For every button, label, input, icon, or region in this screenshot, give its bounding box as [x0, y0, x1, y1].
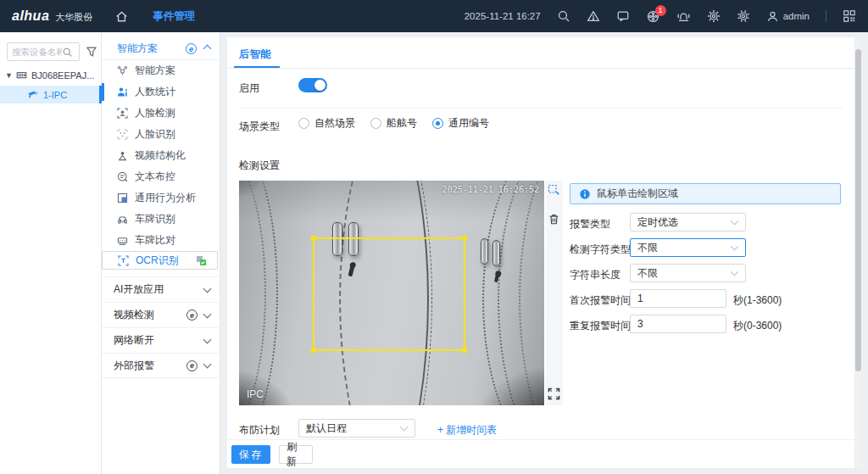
- video-preview[interactable]: 2025-11-21 16:26:52 IPC: [239, 181, 544, 405]
- refresh-button[interactable]: 刷新: [279, 445, 313, 464]
- chevron-down-icon[interactable]: [203, 309, 212, 318]
- radio-circle-checked: [432, 118, 443, 129]
- filter-funnel-icon[interactable]: [86, 46, 97, 58]
- sidebar-item-video-metadata[interactable]: 视频结构化: [102, 145, 220, 166]
- chevron-down-icon[interactable]: [203, 335, 212, 343]
- camera-icon: [27, 89, 38, 100]
- search-icon[interactable]: [557, 9, 570, 23]
- sidebar-item-plate-recognition[interactable]: 车牌识别: [102, 209, 220, 230]
- sidebar-item-plate-comparison[interactable]: 车牌比对: [102, 230, 220, 251]
- video-osd-channel: IPC: [247, 388, 264, 400]
- char-type-label: 检测字符类型: [570, 243, 631, 257]
- settings-gear-icon[interactable]: [737, 9, 750, 23]
- scene-type-label: 场景类型: [239, 120, 280, 134]
- plate-comparison-icon: [117, 235, 128, 246]
- top-bar: alhua 大华股份 事件管理 2025-11-21 16:27 1: [0, 0, 868, 32]
- scrollbar-thumb[interactable]: [855, 49, 861, 371]
- sidebar-item-intelligent-solution[interactable]: 智能方案: [102, 60, 220, 81]
- sidebar-group-title: 智能方案: [117, 42, 158, 56]
- footer-divider: [227, 439, 854, 440]
- save-button[interactable]: 保存: [231, 445, 270, 464]
- chevron-down-icon[interactable]: [203, 360, 212, 369]
- notification-badge: 1: [655, 5, 666, 16]
- repeat-alarm-time-input[interactable]: [630, 315, 726, 333]
- sidebar-section-video-detection[interactable]: 视频检测 e: [102, 302, 220, 327]
- brand-name: 大华股份: [55, 11, 92, 24]
- datetime-label: 2025-11-21 16:27: [465, 11, 541, 21]
- device-search: [7, 42, 80, 61]
- device-tree-panel: ▼ BJ068EEPAJ... 1-IPC: [0, 32, 102, 474]
- draw-hint-text: 鼠标单击绘制区域: [597, 187, 678, 201]
- alarm-warning-icon[interactable]: [587, 9, 600, 23]
- maintenance-gear-icon[interactable]: [707, 9, 721, 23]
- scrollbar-track: [855, 37, 861, 468]
- video-tool-strip: [546, 181, 563, 405]
- tree-node-channel-selected[interactable]: 1-IPC: [0, 86, 102, 103]
- ocr-icon: [118, 255, 129, 266]
- add-schedule-link[interactable]: + 新增时间表: [437, 423, 497, 438]
- behavior-analysis-icon: [117, 192, 128, 204]
- sidebar-item-ocr-recognition[interactable]: OCR识别: [102, 251, 218, 270]
- radio-hull-number[interactable]: 船舷号: [370, 116, 417, 131]
- radio-general-number[interactable]: 通用编号: [432, 116, 489, 131]
- tree-expand-caret[interactable]: ▼: [5, 71, 13, 80]
- detection-region-rectangle[interactable]: [313, 237, 465, 351]
- chevron-down-icon[interactable]: [203, 284, 212, 293]
- tabbar-divider: [227, 68, 854, 69]
- alarm-type-select[interactable]: 定时优选: [630, 213, 746, 231]
- draw-hint-banner: 鼠标单击绘制区域: [570, 183, 841, 204]
- delete-region-button[interactable]: [548, 213, 560, 226]
- sidebar-section-network-disconnect[interactable]: 网络断开: [102, 327, 220, 353]
- radio-circle: [370, 118, 381, 129]
- string-length-label: 字符串长度: [570, 268, 620, 282]
- video-task-icon[interactable]: 1: [646, 9, 660, 23]
- topbar-divider: [826, 10, 826, 22]
- draw-region-button[interactable]: [548, 184, 560, 197]
- sidebar-item-face-recognition[interactable]: 人脸识别: [102, 124, 220, 145]
- first-alarm-time-unit: 秒(1-3600): [733, 293, 782, 308]
- sidebar-section-external-alarm[interactable]: 外部报警 e: [102, 353, 220, 378]
- user-icon: [766, 10, 779, 23]
- string-length-select[interactable]: 不限: [630, 264, 746, 282]
- chevron-down-icon: [731, 217, 739, 226]
- device-search-input[interactable]: [8, 47, 62, 57]
- repeat-alarm-time-label: 重复报警时间: [570, 319, 631, 333]
- first-alarm-time-input[interactable]: [630, 289, 726, 308]
- home-icon[interactable]: [114, 9, 129, 24]
- repeat-alarm-time-unit: 秒(0-3600): [733, 319, 782, 333]
- arming-schedule-select[interactable]: 默认日程: [298, 419, 415, 438]
- settings-card: 后智能 启用 场景类型 自然场景 船舷号 通用编号 检测设置 2025-: [227, 37, 854, 468]
- sidebar-item-text-surveillance[interactable]: 文本布控: [102, 166, 220, 187]
- plate-recognition-icon: [117, 214, 128, 225]
- tab-post-intelligence[interactable]: 后智能: [239, 47, 271, 62]
- sidebar-group-intelligent-solution[interactable]: 智能方案 e: [102, 38, 220, 60]
- sidebar-item-face-detection[interactable]: 人脸检测: [102, 103, 220, 124]
- message-icon[interactable]: [616, 9, 630, 23]
- first-alarm-time-label: 首次报警时间: [570, 293, 631, 308]
- siren-icon[interactable]: [676, 9, 691, 23]
- alarm-type-label: 报警类型: [570, 217, 610, 231]
- search-icon[interactable]: [62, 47, 73, 58]
- chevron-up-icon[interactable]: [203, 45, 212, 53]
- radio-natural-scene[interactable]: 自然场景: [298, 116, 355, 131]
- username-label: admin: [783, 11, 810, 21]
- enable-toggle[interactable]: [298, 78, 327, 92]
- section-divider: [239, 108, 843, 109]
- user-menu[interactable]: admin: [766, 10, 810, 23]
- menu-event-management[interactable]: 事件管理: [153, 9, 195, 24]
- applied-status-icon: [196, 255, 207, 266]
- sidebar-item-people-counting[interactable]: 人数统计: [102, 81, 220, 103]
- fullscreen-expand-button[interactable]: [548, 388, 560, 400]
- qr-apps-icon[interactable]: [843, 9, 856, 23]
- chevron-down-icon: [400, 423, 409, 432]
- face-detection-icon: [117, 108, 128, 119]
- sidebar-item-behavior-analysis[interactable]: 通用行为分析: [102, 187, 220, 209]
- people-counting-icon: [117, 86, 128, 98]
- sidebar-section-ai-open-apps[interactable]: AI开放应用: [102, 276, 220, 302]
- nvr-device-icon: [16, 70, 27, 81]
- info-icon: [579, 188, 591, 200]
- char-type-select[interactable]: 不限: [630, 238, 746, 257]
- radio-circle: [298, 118, 309, 129]
- brand-logo: alhua 大华股份: [12, 8, 92, 24]
- tree-node-device[interactable]: ▼ BJ068EEPAJ...: [0, 66, 102, 84]
